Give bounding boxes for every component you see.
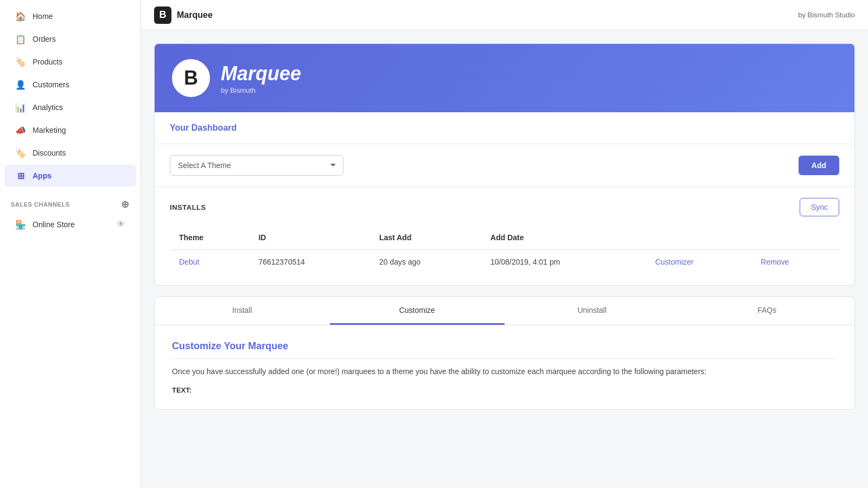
remove-col [752,226,839,250]
marketing-icon: 📣 [15,125,26,136]
col-add-date: Add Date [482,226,647,250]
app-name: Marquee [221,62,301,85]
store-icon: 🏪 [15,219,26,230]
tabs-card: InstallCustomizeUninstallFAQs Customize … [154,297,855,410]
eye-icon[interactable]: 👁 [117,220,125,229]
app-logo: B [172,59,210,97]
content-area: B Marquee by Bismuth Your Dashboard Sele… [141,30,868,488]
add-date-cell: 10/08/2019, 4:01 pm [482,250,647,274]
theme-select[interactable]: Select A Theme [170,155,343,176]
theme-link[interactable]: Debut [179,258,199,266]
tab-customize[interactable]: Customize [330,297,505,325]
col-last-add: Last Add [371,226,482,250]
apps-icon: ⊞ [15,170,26,181]
sidebar-item-discounts[interactable]: 🏷️ Discounts [4,142,136,164]
topbar-logo: B [154,7,171,24]
sidebar-item-analytics[interactable]: 📊 Analytics [4,97,136,118]
topbar-title: Marquee [177,10,213,20]
customize-description: Once you have successfully added one (or… [172,365,837,377]
last-add-cell: 20 days ago [371,250,482,274]
tab-content: Customize Your Marquee Once you have suc… [155,325,854,409]
sync-button[interactable]: Sync [800,198,839,216]
sidebar-item-home[interactable]: 🏠 Home [4,5,136,27]
customers-icon: 👤 [15,79,26,90]
tab-uninstall[interactable]: Uninstall [505,297,680,325]
add-sales-channel-icon[interactable]: ⊕ [121,198,130,210]
sidebar-item-label: Orders [33,35,56,43]
main-content: B Marquee by Bismuth Studio B Marquee by… [141,0,868,488]
sidebar: 🏠 Home 📋 Orders 🏷️ Products 👤 Customers … [0,0,141,488]
products-icon: 🏷️ [15,56,26,67]
sales-channels-section: SALES CHANNELS ⊕ [0,190,141,213]
customizer-link[interactable]: Customizer [655,258,694,266]
home-icon: 🏠 [15,11,26,22]
discounts-icon: 🏷️ [15,147,26,158]
topbar: B Marquee by Bismuth Studio [141,0,868,30]
col-id: ID [250,226,371,250]
tabs-bar: InstallCustomizeUninstallFAQs [155,297,854,325]
sidebar-item-marketing[interactable]: 📣 Marketing [4,119,136,141]
sidebar-item-label: Discounts [33,149,66,157]
app-card: B Marquee by Bismuth Your Dashboard Sele… [154,43,855,286]
theme-cell: Debut [170,250,250,274]
installs-section: INSTALLS Sync ThemeIDLast AddAdd Date De… [155,187,854,285]
orders-icon: 📋 [15,34,26,44]
installs-label: INSTALLS [170,203,206,211]
sidebar-item-label: Marketing [33,126,66,134]
remove-link[interactable]: Remove [761,258,789,266]
app-banner: B Marquee by Bismuth [155,44,854,112]
app-by: by Bismuth [221,86,301,94]
sidebar-item-products[interactable]: 🏷️ Products [4,51,136,73]
table-row: Debut 76612370514 20 days ago 10/08/2019… [170,250,839,274]
text-label: TEXT: [172,386,837,394]
analytics-icon: 📊 [15,102,26,113]
add-button[interactable]: Add [799,156,839,175]
topbar-subtitle: by Bismuth Studio [798,11,855,19]
col-theme: Theme [170,226,250,250]
dashboard-section: Your Dashboard [155,112,854,144]
dashboard-title: Your Dashboard [170,123,839,133]
tab-install[interactable]: Install [155,297,330,325]
sidebar-item-label: Analytics [33,103,63,112]
id-cell: 76612370514 [250,250,371,274]
sidebar-item-customers[interactable]: 👤 Customers [4,74,136,95]
sidebar-item-label: Products [33,57,62,66]
customize-title: Customize Your Marquee [172,341,837,359]
installs-table: ThemeIDLast AddAdd Date Debut 7661237051… [170,225,839,274]
sales-channels-label: SALES CHANNELS [11,201,70,208]
tab-faqs[interactable]: FAQs [680,297,855,325]
sidebar-item-label: Apps [33,171,52,180]
customizer-cell: Customizer [647,250,752,274]
sidebar-item-label: Customers [33,80,69,89]
sidebar-item-apps[interactable]: ⊞ Apps [4,165,136,187]
customizer-col [647,226,752,250]
online-store-label: Online Store [33,220,75,229]
remove-cell: Remove [752,250,839,274]
theme-selector-row: Select A Theme Add [155,144,854,187]
online-store-item[interactable]: 🏪 Online Store 👁 [4,214,136,235]
sidebar-item-label: Home [33,12,53,21]
sidebar-item-orders[interactable]: 📋 Orders [4,28,136,50]
